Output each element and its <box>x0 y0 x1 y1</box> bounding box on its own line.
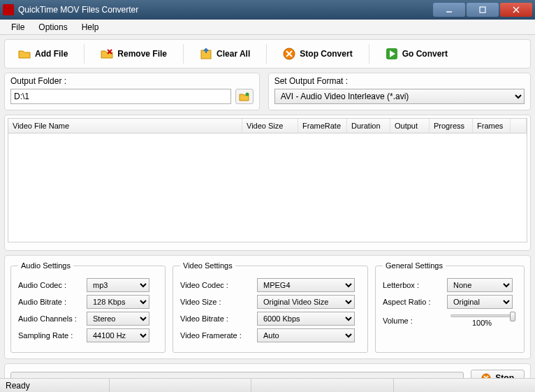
separator <box>84 44 85 64</box>
video-fps-select[interactable]: Auto <box>257 328 355 342</box>
sampling-rate-label: Sampling Rate : <box>18 331 82 340</box>
clear-all-label: Clear All <box>217 49 250 59</box>
clear-icon <box>200 48 212 60</box>
volume-label: Volume : <box>383 317 443 325</box>
close-button[interactable] <box>500 3 532 17</box>
sampling-rate-select[interactable]: 44100 Hz <box>87 328 149 342</box>
play-icon <box>386 48 398 60</box>
add-file-button[interactable]: Add File <box>10 44 75 64</box>
status-bar: Ready <box>0 378 535 392</box>
status-cell-2 <box>109 379 245 392</box>
output-folder-input[interactable] <box>10 89 231 104</box>
audio-codec-select[interactable]: mp3 <box>87 278 149 292</box>
separator <box>266 44 267 64</box>
remove-file-button[interactable]: Remove File <box>93 44 175 64</box>
volume-slider[interactable] <box>450 314 513 317</box>
svg-point-11 <box>245 93 249 96</box>
separator <box>369 44 369 64</box>
folder-open-icon <box>239 92 250 101</box>
video-fps-label: Video Framerate : <box>180 331 253 340</box>
go-convert-label: Go Convert <box>402 49 448 59</box>
col-dur[interactable]: Duration <box>347 119 390 133</box>
output-format-select[interactable]: AVI - Audio Video Interleave (*.avi) <box>274 89 525 104</box>
col-spacer <box>511 119 527 133</box>
video-legend: Video Settings <box>180 261 235 270</box>
volume-thumb[interactable] <box>510 312 515 321</box>
menu-file[interactable]: File <box>4 21 31 34</box>
menubar: File Options Help <box>0 20 535 35</box>
col-fps[interactable]: FrameRate <box>298 119 347 133</box>
table-header: Video File Name Video Size FrameRate Dur… <box>8 118 527 133</box>
status-cell-3 <box>251 379 387 392</box>
stop-icon <box>283 48 295 60</box>
file-list: Video File Name Video Size FrameRate Dur… <box>4 115 531 251</box>
menu-help[interactable]: Help <box>75 21 106 34</box>
stop-convert-label: Stop Convert <box>300 49 352 59</box>
menu-options[interactable]: Options <box>31 21 74 34</box>
volume-percent: 100% <box>472 319 492 327</box>
letterbox-label: Letterbox : <box>383 281 443 289</box>
titlebar[interactable]: QuickTime MOV Files Converter <box>0 0 535 20</box>
audio-codec-label: Audio Codec : <box>18 281 82 289</box>
table-body[interactable] <box>8 133 527 242</box>
audio-channels-label: Audio Channels : <box>18 314 82 323</box>
window-title: QuickTime MOV Files Converter <box>18 5 432 15</box>
general-legend: General Settings <box>383 261 446 270</box>
output-folder-panel: Output Folder : <box>4 73 260 110</box>
go-convert-button[interactable]: Go Convert <box>378 44 455 64</box>
video-codec-label: Video Codec : <box>180 281 253 289</box>
aspect-select[interactable]: Original <box>447 295 513 309</box>
folder-add-icon <box>18 48 31 60</box>
letterbox-select[interactable]: None <box>447 278 513 292</box>
status-cell-4 <box>393 379 529 392</box>
svg-rect-1 <box>480 7 485 13</box>
audio-bitrate-label: Audio Bitrate : <box>18 298 82 306</box>
aspect-label: Aspect Ratio : <box>383 298 443 306</box>
folder-remove-icon <box>101 48 113 60</box>
browse-folder-button[interactable] <box>235 89 254 104</box>
minimize-button[interactable] <box>433 3 465 17</box>
col-frames[interactable]: Frames <box>473 119 511 133</box>
audio-bitrate-select[interactable]: 128 Kbps <box>87 295 149 309</box>
maximize-button[interactable] <box>467 3 499 17</box>
video-codec-select[interactable]: MPEG4 <box>257 278 355 292</box>
remove-file-label: Remove File <box>117 49 167 59</box>
stop-convert-button[interactable]: Stop Convert <box>275 44 360 64</box>
separator <box>183 44 184 64</box>
video-bitrate-select[interactable]: 6000 Kbps <box>257 312 355 326</box>
video-size-label: Video Size : <box>180 298 253 306</box>
toolbar: Add File Remove File Clear All Stop Conv… <box>4 39 531 68</box>
audio-settings: Audio Settings Audio Codec :mp3 Audio Bi… <box>10 261 166 353</box>
output-folder-label: Output Folder : <box>10 76 254 86</box>
audio-channels-select[interactable]: Stereo <box>87 312 149 326</box>
status-ready: Ready <box>6 379 103 392</box>
add-file-label: Add File <box>35 49 68 59</box>
col-size[interactable]: Video Size <box>242 119 298 133</box>
video-bitrate-label: Video Bitrate : <box>180 314 253 323</box>
audio-legend: Audio Settings <box>18 261 73 270</box>
clear-all-button[interactable]: Clear All <box>192 44 258 64</box>
output-format-label: Set Output Format : <box>274 76 525 86</box>
video-settings: Video Settings Video Codec :MPEG4 Video … <box>173 261 368 353</box>
output-format-panel: Set Output Format : AVI - Audio Video In… <box>268 73 531 110</box>
col-prog[interactable]: Progress <box>430 119 473 133</box>
col-name[interactable]: Video File Name <box>8 119 242 133</box>
video-size-select[interactable]: Original Video Size <box>257 295 355 309</box>
general-settings: General Settings Letterbox :None Aspect … <box>375 261 525 353</box>
app-icon <box>3 4 14 15</box>
col-out[interactable]: Output <box>390 119 430 133</box>
